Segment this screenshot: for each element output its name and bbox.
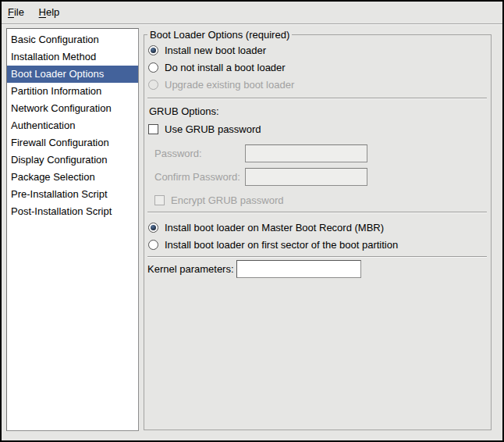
separator: [147, 212, 487, 212]
confirm-password-field: [245, 168, 367, 186]
sidebar-item-post-installation-script[interactable]: Post-Installation Script: [7, 203, 138, 220]
radio-label: Install new boot loader: [165, 45, 266, 56]
sidebar-item-basic-configuration[interactable]: Basic Configuration: [7, 31, 138, 48]
radio-unselected-icon: [148, 240, 158, 250]
menu-help-mnemonic: H: [39, 6, 46, 18]
radio-label: Upgrade existing boot loader: [165, 79, 294, 91]
radio-label: Install boot loader on first sector of t…: [165, 239, 398, 251]
separator: [147, 98, 487, 98]
radio-label: Do not install a boot loader: [165, 62, 286, 73]
sidebar-item-firewall-configuration[interactable]: Firewall Configuration: [7, 134, 138, 151]
sidebar-item-partition-information[interactable]: Partition Information: [7, 83, 138, 100]
radio-selected-icon: [148, 45, 158, 55]
sidebar-item-boot-loader-options[interactable]: Boot Loader Options: [7, 66, 138, 83]
radio-install-new-boot-loader[interactable]: Install new boot loader: [148, 41, 266, 59]
radio-do-not-install-boot-loader[interactable]: Do not install a boot loader: [148, 59, 286, 76]
checkbox-encrypt-grub-password: Encrypt GRUB password: [154, 191, 284, 209]
menu-help[interactable]: Help: [34, 2, 66, 22]
grub-options-label: GRUB Options:: [149, 105, 219, 117]
frame-legend: Boot Loader Options (required): [147, 28, 292, 41]
sidebar-item-pre-installation-script[interactable]: Pre-Installation Script: [7, 186, 138, 203]
radio-install-on-first-sector[interactable]: Install boot loader on first sector of t…: [148, 236, 398, 253]
sidebar-item-network-configuration[interactable]: Network Configuration: [7, 100, 138, 117]
menu-file-label: ile: [14, 6, 24, 18]
radio-upgrade-existing-boot-loader: Upgrade existing boot loader: [148, 76, 294, 93]
confirm-password-row: Confirm Password:: [154, 168, 240, 186]
kernel-parameters-field[interactable]: [236, 260, 361, 278]
sidebar-item-package-selection[interactable]: Package Selection: [7, 169, 138, 186]
checkbox-label: Use GRUB password: [165, 123, 261, 135]
category-list: Basic Configuration Installation Method …: [6, 28, 139, 431]
boot-loader-options-frame: Boot Loader Options (required) Install n…: [144, 34, 492, 430]
password-field: [245, 144, 367, 162]
radio-label: Install boot loader on Master Boot Recor…: [165, 222, 384, 233]
checkbox-label: Encrypt GRUB password: [171, 194, 284, 206]
radio-install-on-mbr[interactable]: Install boot loader on Master Boot Recor…: [148, 219, 384, 236]
menu-file-mnemonic: F: [8, 6, 14, 18]
radio-selected-icon: [148, 223, 158, 233]
kickstart-configurator-window: File Help Basic Configuration Installati…: [0, 0, 504, 442]
radio-unselected-icon: [148, 62, 158, 73]
checkbox-disabled-icon: [154, 195, 165, 205]
password-row: Password:: [154, 144, 202, 162]
kernel-parameters-label: Kernel parameters:: [147, 263, 234, 275]
menu-bar: File Help: [2, 2, 502, 24]
menu-help-label: elp: [46, 6, 59, 18]
kernel-parameters-row: Kernel parameters:: [147, 260, 234, 278]
radio-disabled-icon: [148, 80, 158, 90]
confirm-password-label: Confirm Password:: [154, 171, 240, 183]
checkbox-use-grub-password[interactable]: Use GRUB password: [148, 120, 261, 137]
separator: [147, 256, 487, 257]
menu-file[interactable]: File: [2, 2, 30, 22]
sidebar-item-display-configuration[interactable]: Display Configuration: [7, 151, 138, 169]
password-label: Password:: [154, 148, 202, 159]
sidebar-item-installation-method[interactable]: Installation Method: [7, 48, 138, 66]
checkbox-unchecked-icon: [148, 124, 158, 134]
sidebar-item-authentication[interactable]: Authentication: [7, 117, 138, 134]
